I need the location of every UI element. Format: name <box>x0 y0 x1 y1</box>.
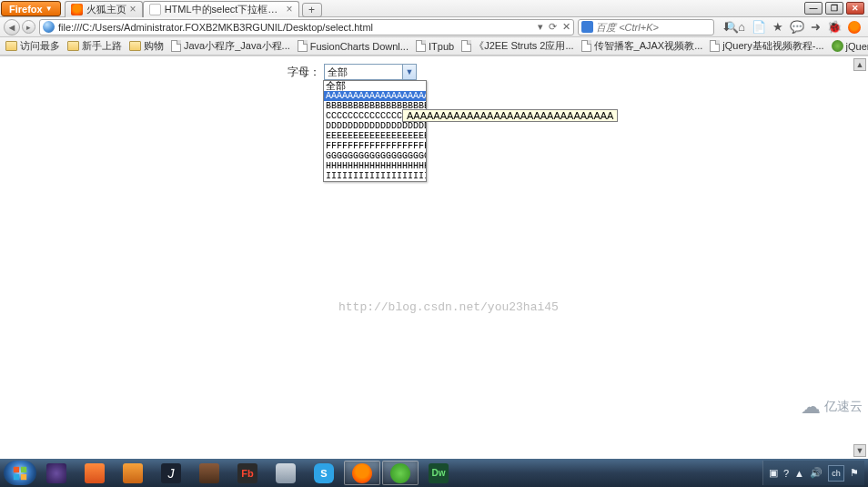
field-label: 字母： <box>288 65 320 80</box>
option-1[interactable]: AAAAAAAAAAAAAAAAAAAAAAAAAAAAAAA <box>324 91 426 101</box>
bookmarks-icon[interactable]: ★ <box>772 20 783 34</box>
tab-0[interactable]: 火狐主页 × <box>65 1 143 17</box>
page-content: ▲ 字母： 全部 ▼ 全部 AAAAAAAAAAAAAAAAAAAAAAAAAA… <box>0 56 868 459</box>
option-9[interactable]: IIIIIIIIIIIIIIIIIIIIIIIIIIII <box>324 171 426 181</box>
watermark-text: http://blog.csdn.net/you23hai45 <box>338 300 559 314</box>
bm-item-1[interactable]: 购物 <box>129 39 164 53</box>
taskbar-firefox[interactable] <box>344 461 380 485</box>
firebug-icon[interactable]: 🐞 <box>827 20 842 34</box>
bm-item-2[interactable]: Java小程序_Java小程... <box>171 39 290 53</box>
letter-select[interactable]: 全部 ▼ <box>324 64 417 80</box>
home-icon[interactable]: ⌂ <box>738 20 745 34</box>
taskbar-db[interactable] <box>191 461 227 485</box>
taskbar-ie[interactable] <box>382 461 419 485</box>
dw-icon: Dw <box>429 463 449 483</box>
most-visited[interactable]: 访问最多 <box>5 39 60 53</box>
firefox-menu-button[interactable]: Firefox ▼ <box>1 1 61 16</box>
page-icon <box>461 40 471 52</box>
chat-icon[interactable]: 💬 <box>790 20 804 34</box>
bm-item-7[interactable]: jQuery基础视频教程-... <box>710 39 823 53</box>
toolbar-icons: ⬇ ⌂ 📄 ★ 💬 ➜ 🐞 <box>718 20 864 34</box>
taskbar-plsql[interactable] <box>76 461 113 485</box>
forward-button[interactable]: ▸ <box>22 20 35 34</box>
reload-icon[interactable]: ⟳ <box>549 21 557 33</box>
back-button[interactable]: ◄ <box>4 19 20 36</box>
tab-0-label: 火狐主页 <box>86 3 126 16</box>
language-indicator[interactable]: ch <box>828 465 844 482</box>
reader-icon[interactable]: 📄 <box>752 20 766 34</box>
window-close-button[interactable]: ✕ <box>846 2 864 15</box>
tab-1-close-icon[interactable]: × <box>287 4 293 15</box>
taskbar-dreamweaver[interactable]: Dw <box>420 461 457 485</box>
tray-show-hidden-icon[interactable]: ▲ <box>794 468 804 479</box>
select-value: 全部 <box>325 66 402 79</box>
cube-icon <box>276 463 296 483</box>
plsql-icon <box>85 463 105 483</box>
window-minimize-button[interactable]: — <box>804 2 823 15</box>
select-dropdown-list[interactable]: 全部 AAAAAAAAAAAAAAAAAAAAAAAAAAAAAAA BBBBB… <box>323 80 427 182</box>
option-6[interactable]: FFFFFFFFFFFFFFFFFFFFFFFFFFF <box>324 141 426 151</box>
share-icon[interactable]: ➜ <box>811 20 821 34</box>
matlab-icon <box>123 463 143 483</box>
option-4[interactable]: DDDDDDDDDDDDDDDDDDDDDDDDDDDDD <box>324 121 426 131</box>
bm-item-3[interactable]: FusionCharts Downl... <box>298 40 409 52</box>
page-icon <box>149 4 161 15</box>
option-8[interactable]: HHHHHHHHHHHHHHHHHHHHHHHHHHHHH <box>324 161 426 171</box>
jquery-icon <box>832 40 843 52</box>
brand-watermark: ☁ 亿速云 <box>801 397 863 417</box>
java-icon: J <box>161 463 181 483</box>
search-input[interactable] <box>596 22 722 33</box>
page-icon <box>710 40 720 52</box>
url-bar[interactable]: ▾ ⟳ ✕ <box>39 19 574 36</box>
taskbar-cube[interactable] <box>267 461 304 485</box>
bm-item-4[interactable]: ITpub <box>416 40 454 52</box>
taskbar-eclipse[interactable] <box>38 461 75 485</box>
firefox-icon <box>352 463 372 483</box>
tray-icon-1[interactable]: ? <box>783 468 789 479</box>
search-bar[interactable]: 🔍 <box>578 19 714 36</box>
taskbar-skype[interactable]: S <box>306 461 342 485</box>
page-icon <box>581 40 591 52</box>
bm-item-6[interactable]: 传智播客_AJAX视频教... <box>581 39 703 53</box>
taskbar-java[interactable]: J <box>153 461 189 485</box>
option-7[interactable]: GGGGGGGGGGGGGGGGGGGGGGGGGGG <box>324 151 426 161</box>
cloud-icon: ☁ <box>801 397 821 417</box>
select-dropdown-icon[interactable]: ▼ <box>402 65 416 79</box>
page-icon <box>416 40 426 52</box>
tray-flag-icon[interactable]: ⚑ <box>850 467 859 479</box>
search-engine-icon[interactable] <box>581 21 593 33</box>
bookmarks-toolbar: 访问最多 新手上路 购物 Java小程序_Java小程... FusionCha… <box>0 37 868 56</box>
firefox-small-icon[interactable] <box>848 21 861 34</box>
page-icon <box>298 40 308 52</box>
tab-1[interactable]: HTML中的select下拉框内容显示不... × <box>143 1 299 17</box>
taskbar-matlab[interactable] <box>115 461 151 485</box>
stop-icon[interactable]: ✕ <box>562 21 570 33</box>
tray-volume-icon[interactable]: 🔊 <box>810 467 823 479</box>
new-tab-button[interactable]: + <box>302 3 322 17</box>
globe-icon <box>43 21 55 33</box>
bm-item-8[interactable]: jQuery_ The Write L... <box>832 40 868 52</box>
taskbar-flash[interactable]: Fb <box>229 461 266 485</box>
system-tray: ▣ ? ▲ 🔊 ch ⚑ <box>762 461 864 485</box>
windows-taskbar: J Fb S Dw ▣ ? ▲ 🔊 ch ⚑ <box>0 459 868 487</box>
url-input[interactable] <box>58 22 534 33</box>
tray-icon-0[interactable]: ▣ <box>769 467 778 479</box>
firefox-menu-label: Firefox <box>9 4 43 15</box>
option-5[interactable]: EEEEEEEEEEEEEEEEEEEEEEEEEEEEEE <box>324 131 426 141</box>
window-maximize-button[interactable]: ❐ <box>825 2 843 15</box>
tab-0-close-icon[interactable]: × <box>130 4 136 15</box>
downloads-icon[interactable]: ⬇ <box>722 20 732 34</box>
skype-icon: S <box>314 463 334 483</box>
option-0[interactable]: 全部 <box>324 81 426 91</box>
db-icon <box>199 463 219 483</box>
scroll-down-button[interactable]: ▼ <box>853 444 866 457</box>
bm-item-5[interactable]: 《J2EE Struts 2应用... <box>461 39 573 53</box>
folder-icon <box>5 41 17 51</box>
bm-item-0[interactable]: 新手上路 <box>67 39 122 53</box>
scroll-up-button[interactable]: ▲ <box>853 58 866 71</box>
dropdown-icon[interactable]: ▾ <box>538 21 543 33</box>
eclipse-icon <box>46 463 66 483</box>
ie-icon <box>390 463 410 483</box>
start-button[interactable] <box>4 461 36 485</box>
flash-icon: Fb <box>237 463 257 483</box>
